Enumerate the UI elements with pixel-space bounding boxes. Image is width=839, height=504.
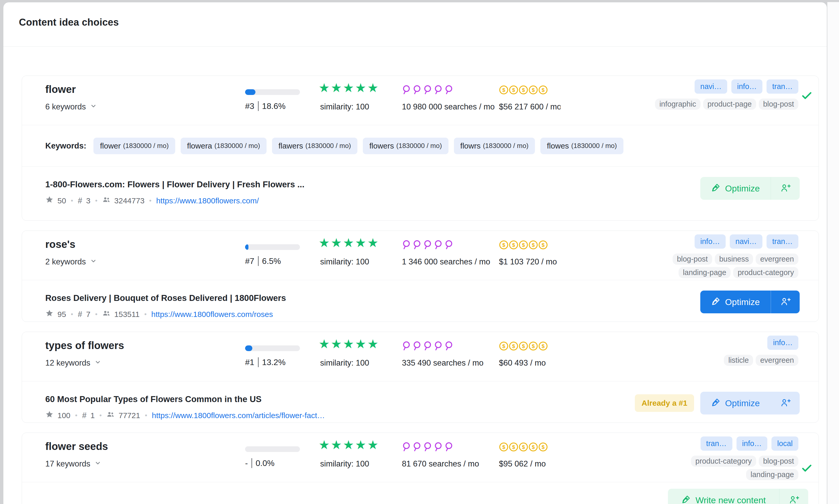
assign-person-button[interactable]	[771, 392, 800, 414]
assign-person-button[interactable]	[771, 291, 800, 313]
card-list: flower6 keywords#318.6%★★★★★similarity: …	[3, 47, 827, 504]
traffic-cost-label: $95 062 / mo	[499, 459, 560, 469]
pen-icon	[711, 296, 721, 308]
magnifier-icon	[402, 442, 412, 453]
content-type-tags: listicleevergreen	[724, 355, 798, 366]
similarity-label: similarity: 100	[320, 102, 369, 111]
rank-share: #76.5%	[245, 256, 281, 266]
keywords-count-toggle[interactable]: 6 keywords	[45, 102, 97, 111]
write-new-content-button[interactable]: Write new content	[668, 489, 808, 504]
action-button-main[interactable]: Optimize	[700, 177, 771, 200]
coin-icon: $	[509, 442, 518, 453]
keyword-chip: flawers(1830000 / mo)	[272, 138, 357, 154]
svg-text:$: $	[502, 242, 505, 248]
modal-header: Content idea choices	[3, 2, 827, 47]
intent-badge[interactable]: info…	[736, 436, 768, 451]
keywords-label: Keywords:	[45, 141, 86, 150]
content-type-tag: evergreen	[756, 355, 798, 366]
progress-track	[245, 244, 300, 250]
result-traffic: 3244773	[114, 196, 145, 205]
action-button-main[interactable]: Write new content	[668, 489, 779, 504]
optimize-button[interactable]: Optimize	[700, 177, 800, 200]
content-type-tags: infographicproduct-pageblog-post	[655, 98, 798, 110]
keyword-term: flawers	[279, 142, 303, 150]
assign-person-button[interactable]	[779, 489, 808, 504]
keywords-count-toggle[interactable]: 12 keywords	[45, 358, 101, 368]
intent-badge[interactable]: tran…	[767, 234, 798, 249]
tag-row: infographicproduct-pageblog-post	[655, 98, 798, 110]
coin-icon: $	[499, 85, 508, 96]
action-button-main[interactable]: Optimize	[700, 291, 771, 313]
result-position: 1	[90, 411, 95, 420]
intent-badge[interactable]: local	[771, 436, 798, 451]
result-row: 60 Most Popular Types of Flowers Common …	[22, 381, 819, 420]
result-position: 7	[86, 310, 91, 319]
result-row: Write new content	[22, 482, 819, 504]
svg-text:$: $	[532, 343, 535, 349]
keywords-count-toggle[interactable]: 17 keywords	[45, 459, 101, 469]
position-progress	[245, 244, 300, 250]
svg-text:$: $	[532, 87, 535, 93]
result-actions: Write new content	[668, 489, 808, 504]
optimize-button[interactable]: Optimize	[700, 291, 800, 313]
svg-text:$: $	[502, 87, 505, 93]
result-title: Roses Delivery | Bouquet of Roses Delive…	[45, 293, 589, 303]
svg-text:$: $	[532, 444, 535, 450]
tag-row: blog-postbusinessevergreen	[673, 254, 798, 265]
svg-text:$: $	[512, 343, 515, 349]
intent-badge[interactable]: info…	[731, 79, 762, 94]
result-url-link[interactable]: https://www.1800flowers.com/articles/flo…	[152, 411, 325, 420]
tag-row: landing-page	[746, 469, 798, 480]
intent-badges: tran…info…local	[700, 436, 798, 451]
share-value: 18.6%	[262, 102, 286, 111]
chevron-down-icon	[90, 257, 97, 267]
search-volume-icons	[402, 85, 454, 96]
coin-icon: $	[519, 240, 528, 251]
intent-badge[interactable]: info…	[767, 336, 798, 350]
pen-icon	[681, 494, 691, 504]
dot-separator: •	[70, 310, 74, 318]
intent-badge[interactable]: navi…	[695, 79, 727, 94]
scrollbar[interactable]	[827, 2, 839, 504]
result-url-link[interactable]: https://www.1800flowers.com/	[156, 196, 259, 205]
magnifier-icon	[444, 239, 454, 251]
result-score: 50	[57, 196, 66, 205]
action-button-main[interactable]: Optimize	[700, 392, 771, 414]
result-title: 60 Most Popular Types of Flowers Common …	[45, 394, 589, 404]
dot-separator: •	[144, 411, 148, 419]
intent-badge[interactable]: info…	[695, 234, 726, 249]
dot-separator: •	[148, 197, 152, 205]
coin-icon: $	[538, 442, 548, 453]
intent-badges: info…	[767, 336, 798, 350]
keyword-chip: flower(1830000 / mo)	[93, 138, 175, 154]
dot-separator: •	[99, 411, 103, 419]
intent-badge[interactable]: tran…	[767, 79, 798, 94]
rank-divider	[258, 357, 258, 367]
coin-icon: $	[529, 341, 538, 352]
rank-divider	[252, 458, 252, 468]
svg-text:$: $	[542, 87, 545, 93]
intent-badge[interactable]: tran…	[700, 436, 732, 451]
assign-person-button[interactable]	[771, 177, 800, 200]
keywords-count-toggle[interactable]: 2 keywords	[45, 257, 97, 267]
rank-divider	[258, 101, 258, 111]
chevron-down-icon	[90, 102, 97, 111]
dot-separator: •	[94, 197, 98, 205]
action-button-label: Write new content	[695, 495, 766, 504]
content-type-tag: landing-page	[746, 469, 798, 480]
position-hash-icon: #	[78, 196, 82, 205]
keyword-term: flower	[100, 142, 121, 150]
result-score: 100	[57, 411, 70, 420]
optimize-button[interactable]: Optimize	[700, 392, 800, 414]
intent-badge[interactable]: navi…	[730, 234, 762, 249]
traffic-cost-label: $56 217 600 / mo	[499, 102, 560, 111]
result-url-link[interactable]: https://www.1800flowers.com/roses	[151, 310, 273, 319]
share-value: 6.5%	[262, 256, 281, 266]
card-header: flower seeds17 keywords-0.0%★★★★★similar…	[22, 433, 819, 482]
tag-row: listicleevergreen	[724, 355, 798, 366]
idea-card: rose's2 keywords#76.5%★★★★★similarity: 1…	[22, 231, 819, 322]
rank-share: #113.2%	[245, 357, 285, 367]
coin-icon: $	[509, 85, 518, 96]
rank-value: #1	[245, 358, 254, 367]
keyword-volume: (1830000 / mo)	[305, 142, 351, 150]
